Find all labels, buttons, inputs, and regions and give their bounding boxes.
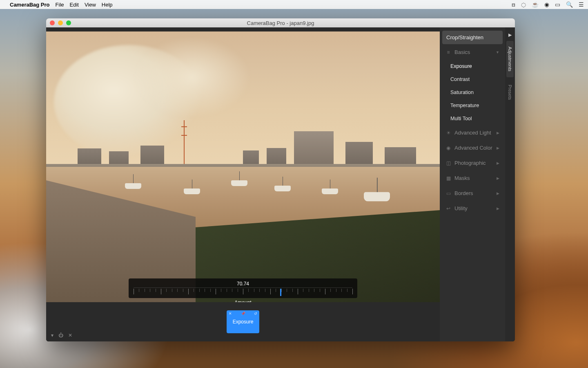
sync-icon[interactable]: ◌ [521,1,526,8]
strip-collapse-icon[interactable]: ▾ [51,332,53,338]
section-utility[interactable]: ↩ Utility ▶ [442,201,503,215]
border-icon: ▭ [445,191,451,196]
chevron-right-icon: ▶ [497,176,499,180]
tile-reset-icon[interactable]: ↺ [254,312,257,316]
strip-close-icon[interactable]: ✕ [68,332,72,338]
app-tray-icon[interactable]: ☕ [532,1,539,8]
chevron-right-icon: ▶ [497,191,499,195]
chevron-right-icon: ▶ [497,146,499,150]
photo-preview [46,31,440,302]
slider-value: 70.74 [134,281,352,287]
section-advanced-light[interactable]: ☀ Advanced Light ▶ [442,126,503,140]
mask-icon: ▦ [445,175,451,181]
utility-icon: ↩ [445,206,451,211]
camera-icon: ◫ [445,160,451,166]
section-basics[interactable]: ≡ Basics ▼ [442,45,503,59]
color-icon: ◉ [445,145,451,151]
adjustment-strip: ✕ 📌 ↺ Exposure ▾ ⏻ ✕ [46,302,440,341]
amount-slider[interactable] [134,287,352,296]
image-canvas[interactable]: 70.74 Amount [46,31,440,302]
app-menu[interactable]: CameraBag Pro [10,2,50,8]
window-titlebar[interactable]: CameraBag Pro - japan9.jpg [46,18,515,27]
wifi-icon[interactable]: ◉ [544,1,549,8]
battery-icon[interactable]: ▭ [555,1,560,8]
chevron-right-icon: ▶ [497,161,499,165]
tile-close-icon[interactable]: ✕ [229,312,232,316]
app-window: CameraBag Pro - japan9.jpg [46,18,515,341]
section-photographic[interactable]: ◫ Photographic ▶ [442,156,503,170]
chevron-down-icon: ▼ [496,50,499,54]
tab-presets[interactable]: Presets [506,79,514,105]
menu-file[interactable]: File [56,2,64,8]
menu-view[interactable]: View [85,2,96,8]
control-center-icon[interactable]: ☰ [579,1,584,8]
spotlight-icon[interactable]: 🔍 [566,1,573,8]
adjustments-sidebar: Crop/Straighten ≡ Basics ▼ Exposure Cont… [440,27,505,341]
tab-adjustments[interactable]: Adjustments [506,41,514,77]
basics-temperature[interactable]: Temperature [442,99,503,112]
chevron-right-icon: ▶ [497,206,499,211]
sliders-icon: ≡ [445,49,451,55]
amount-slider-panel: 70.74 Amount [129,278,357,298]
tile-label: Exposure [233,319,254,325]
basics-saturation[interactable]: Saturation [442,86,503,99]
section-advanced-color[interactable]: ◉ Advanced Color ▶ [442,141,503,155]
basics-multi-tool[interactable]: Multi Tool [442,112,503,125]
panel-collapse-icon[interactable]: ▶ [508,31,512,39]
basics-contrast[interactable]: Contrast [442,73,503,85]
strip-power-icon[interactable]: ⏻ [58,332,63,338]
section-masks[interactable]: ▦ Masks ▶ [442,171,503,185]
chevron-right-icon: ▶ [497,131,499,135]
macos-menubar: CameraBag Pro File Edit View Help ⧈ ◌ ☕ … [0,0,588,9]
section-borders[interactable]: ▭ Borders ▶ [442,186,503,200]
menu-edit[interactable]: Edit [70,2,79,8]
vertical-tabs: ▶ Adjustments Presets [505,27,515,341]
exposure-tile[interactable]: ✕ 📌 ↺ Exposure [227,310,259,333]
crop-straighten-button[interactable]: Crop/Straighten [442,31,503,44]
basics-exposure[interactable]: Exposure [442,60,503,72]
light-icon: ☀ [445,130,451,136]
dropbox-icon[interactable]: ⧈ [512,1,515,8]
window-title: CameraBag Pro - japan9.jpg [46,20,515,26]
menu-help[interactable]: Help [102,2,113,8]
tile-pin-icon[interactable]: 📌 [241,312,245,316]
